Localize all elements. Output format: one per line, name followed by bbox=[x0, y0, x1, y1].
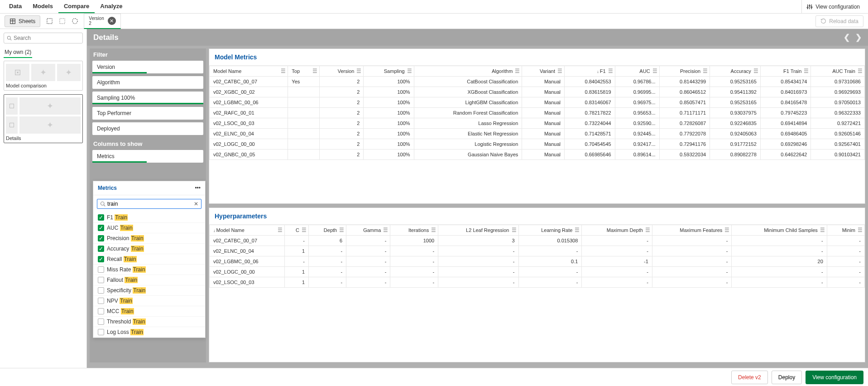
reload-data[interactable]: Reload data bbox=[815, 15, 863, 27]
column-menu-icon[interactable]: ☰ bbox=[312, 68, 317, 74]
table-row[interactable]: v02_LGBMC_00_062100%LightGBM Classificat… bbox=[210, 97, 865, 108]
col-header[interactable]: ↓F1☰ bbox=[565, 66, 615, 77]
tab-analyze[interactable]: Analyze bbox=[95, 0, 128, 13]
prev-arrow-icon[interactable]: ❮ bbox=[844, 33, 850, 42]
table-row[interactable]: v02_XGBC_00_022100%XGBoost Classificatio… bbox=[210, 87, 865, 97]
metric-option[interactable]: ✓Precision Train bbox=[93, 233, 205, 244]
thumb-card-model-comparison[interactable]: ✦ ✦ Model comparison bbox=[4, 61, 83, 91]
sheets-button[interactable]: Sheets bbox=[5, 15, 40, 27]
col-header[interactable]: ↓Model Name☰ bbox=[210, 225, 285, 235]
table-row[interactable]: v02_ELNC_00_042100%Elastic Net Regressio… bbox=[210, 129, 865, 139]
col-header[interactable]: Minim☰ bbox=[827, 225, 864, 235]
metric-option[interactable]: NPV Train bbox=[93, 296, 205, 306]
metrics-pill[interactable]: Metrics bbox=[92, 150, 203, 163]
tab-models[interactable]: Models bbox=[27, 0, 58, 13]
next-arrow-icon[interactable]: ❯ bbox=[855, 33, 862, 42]
col-header[interactable]: Precision☰ bbox=[659, 66, 710, 77]
col-header[interactable]: AUC☰ bbox=[615, 66, 659, 77]
column-menu-icon[interactable]: ☰ bbox=[557, 68, 562, 74]
col-header[interactable]: Algorithm☰ bbox=[414, 66, 522, 77]
col-header[interactable]: Version☰ bbox=[319, 66, 364, 77]
filter-pill[interactable]: Sampling 100% bbox=[92, 92, 203, 104]
h-scrollbar[interactable] bbox=[209, 197, 865, 203]
col-header[interactable]: Maximum Features☰ bbox=[652, 225, 732, 235]
column-menu-icon[interactable]: ☰ bbox=[575, 227, 580, 233]
filter-pill[interactable]: Deployed bbox=[92, 122, 203, 135]
column-menu-icon[interactable]: ☰ bbox=[407, 68, 412, 74]
selection-tool-2[interactable] bbox=[56, 16, 68, 27]
column-menu-icon[interactable]: ☰ bbox=[703, 68, 708, 74]
column-menu-icon[interactable]: ☰ bbox=[356, 68, 361, 74]
col-header[interactable]: Minimum Child Samples☰ bbox=[732, 225, 827, 235]
column-menu-icon[interactable]: ☰ bbox=[608, 68, 613, 74]
metric-option[interactable]: Log Loss Train bbox=[93, 327, 205, 338]
selection-tool-1[interactable] bbox=[43, 16, 56, 27]
table-row[interactable]: v02_LOGC_00_002100%Logistic RegressionMa… bbox=[210, 139, 865, 150]
column-menu-icon[interactable]: ☰ bbox=[652, 68, 657, 74]
table-row[interactable]: v02_CATBC_00_07-6-100030.015308---- bbox=[210, 235, 865, 246]
column-menu-icon[interactable]: ☰ bbox=[820, 227, 825, 233]
col-header[interactable]: Accuracy☰ bbox=[710, 66, 761, 77]
col-header[interactable]: Top☰ bbox=[288, 66, 319, 77]
col-header[interactable]: Iterations☰ bbox=[390, 225, 438, 235]
sidebar-search[interactable] bbox=[4, 33, 83, 43]
model-metrics-scroll[interactable]: Model Name☰Top☰Version☰Sampling☰Algorith… bbox=[209, 65, 865, 197]
metric-option[interactable]: Specificity Train bbox=[93, 285, 205, 296]
col-header[interactable]: Maximum Depth☰ bbox=[582, 225, 652, 235]
selection-tool-3[interactable] bbox=[68, 16, 81, 27]
column-menu-icon[interactable]: ☰ bbox=[753, 68, 758, 74]
column-menu-icon[interactable]: ☰ bbox=[383, 227, 388, 233]
table-row[interactable]: v02_LSOC_00_032100%Lasso RegressionManua… bbox=[210, 118, 865, 129]
filter-pill[interactable]: Top Performer bbox=[92, 107, 203, 120]
table-row[interactable]: v02_CATBC_00_07Yes2100%CatBoost Classifi… bbox=[210, 77, 865, 87]
close-version-tab[interactable]: ✕ bbox=[108, 17, 116, 25]
col-header[interactable]: Model Name☰ bbox=[210, 66, 288, 77]
column-menu-icon[interactable]: ☰ bbox=[804, 68, 809, 74]
col-header[interactable]: F1 Train☰ bbox=[760, 66, 811, 77]
col-header[interactable]: Learning Rate☰ bbox=[518, 225, 582, 235]
column-menu-icon[interactable]: ☰ bbox=[339, 227, 344, 233]
table-row[interactable]: v02_LOGC_00_001--------- bbox=[210, 266, 865, 277]
tab-data[interactable]: Data bbox=[4, 0, 27, 13]
column-menu-icon[interactable]: ☰ bbox=[645, 227, 650, 233]
column-menu-icon[interactable]: ☰ bbox=[278, 227, 283, 233]
metric-option[interactable]: ✓Recall Train bbox=[93, 254, 205, 265]
table-row[interactable]: v02_LSOC_00_031--------- bbox=[210, 277, 865, 287]
sidebar-search-input[interactable] bbox=[14, 35, 80, 41]
column-menu-icon[interactable]: ☰ bbox=[724, 227, 729, 233]
table-row[interactable]: v02_LGBMC_00_06-----0.1-1-20- bbox=[210, 256, 865, 266]
column-menu-icon[interactable]: ☰ bbox=[858, 227, 863, 233]
col-header[interactable]: AUC Train☰ bbox=[811, 66, 865, 77]
metric-option[interactable]: Miss Rate Train bbox=[93, 265, 205, 275]
metric-option[interactable]: Fallout Train bbox=[93, 275, 205, 285]
column-menu-icon[interactable]: ☰ bbox=[431, 227, 436, 233]
column-menu-icon[interactable]: ☰ bbox=[512, 227, 517, 233]
metric-option[interactable]: Threshold Train bbox=[93, 317, 205, 327]
h-scrollbar[interactable] bbox=[209, 356, 865, 362]
thumb-card-details[interactable]: ✦ ✦ Details bbox=[4, 94, 83, 143]
metric-option[interactable]: ✓AUC Train bbox=[93, 223, 205, 233]
filter-pill[interactable]: Version bbox=[92, 61, 203, 73]
column-menu-icon[interactable]: ☰ bbox=[858, 68, 863, 74]
column-menu-icon[interactable]: ☰ bbox=[281, 68, 286, 74]
col-header[interactable]: Gamma☰ bbox=[346, 225, 390, 235]
column-menu-icon[interactable]: ☰ bbox=[515, 68, 520, 74]
filter-pill[interactable]: Algorithm bbox=[92, 76, 203, 89]
col-header[interactable]: L2 Leaf Regression☰ bbox=[438, 225, 518, 235]
table-row[interactable]: v02_RAFC_00_012100%Random Forest Classif… bbox=[210, 108, 865, 118]
metrics-search[interactable]: ✕ bbox=[97, 199, 201, 209]
col-header[interactable]: C☰ bbox=[285, 225, 309, 235]
metric-option[interactable]: MCC Train bbox=[93, 306, 205, 317]
col-header[interactable]: Depth☰ bbox=[309, 225, 346, 235]
metrics-search-input[interactable] bbox=[107, 201, 192, 207]
view-configuration-top[interactable]: View configuration bbox=[801, 0, 864, 13]
metric-option[interactable]: ✓Accuracy Train bbox=[93, 244, 205, 254]
metric-option[interactable]: ✓F1 Train bbox=[93, 212, 205, 223]
table-row[interactable]: v02_ELNC_00_041--------- bbox=[210, 246, 865, 256]
col-header[interactable]: Variant☰ bbox=[522, 66, 565, 77]
clear-search-icon[interactable]: ✕ bbox=[194, 201, 198, 207]
version-tab[interactable]: Version 2 ✕ bbox=[84, 14, 120, 29]
hyperparameters-scroll[interactable]: ↓Model Name☰C☰Depth☰Gamma☰Iterations☰L2 … bbox=[209, 224, 865, 356]
table-row[interactable]: v02_GNBC_00_052100%Gaussian Naive BayesM… bbox=[210, 150, 865, 160]
popup-menu-icon[interactable]: ••• bbox=[195, 185, 201, 191]
